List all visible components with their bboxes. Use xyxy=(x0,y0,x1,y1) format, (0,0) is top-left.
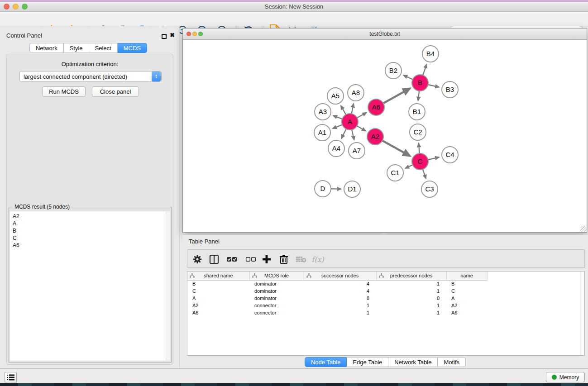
table-tabs: Node TableEdge TableNetwork TableMotifs xyxy=(305,357,466,367)
table-cell[interactable]: 4 xyxy=(304,287,376,295)
node-B3[interactable]: B3 xyxy=(442,81,458,98)
svg-text:A1: A1 xyxy=(318,129,326,136)
node-A8[interactable]: A8 xyxy=(348,85,364,101)
node-A1[interactable]: A1 xyxy=(314,124,330,141)
node-A4[interactable]: A4 xyxy=(328,140,344,157)
node-A6[interactable]: A6 xyxy=(368,99,384,115)
mcds-result-item[interactable]: C xyxy=(13,234,166,242)
delete-column-icon[interactable] xyxy=(278,254,289,265)
close-panel-icon[interactable]: ✖ xyxy=(170,32,175,38)
tab-select[interactable]: Select xyxy=(89,43,118,53)
table-row[interactable]: Adominator80A xyxy=(187,295,487,302)
table-row[interactable]: Bdominator41B xyxy=(187,280,487,287)
table-cell[interactable]: 1 xyxy=(376,309,446,316)
mcds-result-item[interactable]: B xyxy=(13,227,166,234)
node-A[interactable]: A xyxy=(342,114,358,130)
mcds-result-item[interactable]: A2 xyxy=(13,213,166,220)
close-panel-button[interactable]: Close panel xyxy=(92,86,139,97)
svg-text:A4: A4 xyxy=(332,144,340,152)
svg-text:A8: A8 xyxy=(352,89,360,96)
column-header-shared-name[interactable]: shared name xyxy=(187,272,249,280)
node-C3[interactable]: C3 xyxy=(421,181,438,197)
select-all-icon[interactable] xyxy=(226,254,237,265)
table-cell[interactable]: A xyxy=(187,295,249,302)
shared-column-icon xyxy=(379,273,384,278)
svg-text:B: B xyxy=(418,79,422,86)
column-header-predecessor-nodes[interactable]: predecessor nodes xyxy=(376,272,446,280)
table-cell[interactable]: A6 xyxy=(446,309,487,316)
table-cell[interactable]: 1 xyxy=(376,287,446,295)
tab-network-table[interactable]: Network Table xyxy=(388,357,438,367)
table-scrollbar[interactable] xyxy=(580,272,584,355)
table-cell[interactable]: dominator xyxy=(249,280,304,287)
node-D[interactable]: D xyxy=(315,181,331,197)
table-cell[interactable]: dominator xyxy=(249,287,304,295)
float-panel-icon[interactable] xyxy=(162,33,167,41)
table-cell[interactable]: 4 xyxy=(304,280,376,287)
mcds-result-item[interactable]: A xyxy=(13,220,166,227)
table-cell[interactable]: A2 xyxy=(187,302,249,309)
node-C[interactable]: C xyxy=(412,153,428,170)
table-cell[interactable]: dominator xyxy=(249,295,304,302)
network-canvas[interactable]: A5A8A3A6AA1A2A4A7B2B4BB3B1C2CC4C1C3DD1 xyxy=(183,40,587,232)
window-resize-grip[interactable] xyxy=(580,226,586,232)
table-cell[interactable]: connector xyxy=(249,309,304,316)
task-history-button[interactable] xyxy=(5,372,17,382)
node-A3[interactable]: A3 xyxy=(315,104,331,120)
tab-style[interactable]: Style xyxy=(64,43,89,53)
table-row[interactable]: A2connector11A2 xyxy=(187,302,487,309)
table-cell[interactable]: 1 xyxy=(304,309,376,316)
table-cell[interactable]: 1 xyxy=(376,302,446,309)
table-cell[interactable]: 8 xyxy=(304,295,376,302)
table-row[interactable]: A6connector11A6 xyxy=(187,309,487,316)
table-row[interactable]: Cdominator41C xyxy=(187,287,487,295)
tab-mcds[interactable]: MCDS xyxy=(118,43,147,53)
table-cell[interactable]: C xyxy=(187,287,249,295)
mcds-result-list[interactable]: A2ABCA6 xyxy=(10,211,166,361)
table-cell[interactable]: 0 xyxy=(376,295,446,302)
node-table[interactable]: shared nameMCDS rolesuccessor nodesprede… xyxy=(187,271,585,356)
delete-table-icon[interactable] xyxy=(296,254,306,265)
table-cell[interactable]: C xyxy=(446,287,487,295)
node-C4[interactable]: C4 xyxy=(442,147,458,163)
table-cell[interactable]: 1 xyxy=(304,302,376,309)
run-mcds-button[interactable]: Run MCDS xyxy=(42,86,86,97)
optimization-criterion-select[interactable]: largest connected component (directed) ▲… xyxy=(19,71,162,82)
table-cell[interactable]: B xyxy=(187,280,249,287)
tab-motifs[interactable]: Motifs xyxy=(438,357,466,367)
svg-text:B3: B3 xyxy=(446,86,454,93)
tab-network[interactable]: Network xyxy=(29,43,64,53)
node-B2[interactable]: B2 xyxy=(385,62,402,79)
node-B4[interactable]: B4 xyxy=(422,46,439,62)
tab-node-table[interactable]: Node Table xyxy=(305,357,347,367)
node-A5[interactable]: A5 xyxy=(327,88,344,104)
table-cell[interactable]: B xyxy=(446,280,487,287)
node-A7[interactable]: A7 xyxy=(349,143,365,159)
node-B[interactable]: B xyxy=(412,75,428,91)
node-A2[interactable]: A2 xyxy=(367,129,383,145)
table-cell[interactable]: A xyxy=(446,295,487,302)
add-column-icon[interactable] xyxy=(261,254,272,265)
network-window-titlebar[interactable]: testGlobe.txt xyxy=(183,29,587,40)
table-settings-icon[interactable] xyxy=(192,254,203,265)
table-cell[interactable]: connector xyxy=(249,302,304,309)
column-header-MCDS-role[interactable]: MCDS role xyxy=(249,272,304,280)
split-panel-icon[interactable] xyxy=(209,254,220,265)
node-D1[interactable]: D1 xyxy=(344,181,360,197)
memory-button[interactable]: Memory xyxy=(546,372,585,382)
table-cell[interactable]: A6 xyxy=(187,309,249,316)
table-toolbar: f(x) xyxy=(187,249,585,268)
deselect-all-icon[interactable] xyxy=(245,254,256,265)
status-bar: Memory xyxy=(0,368,588,383)
column-header-successor-nodes[interactable]: successor nodes xyxy=(304,272,376,280)
column-header-name[interactable]: name xyxy=(446,272,487,280)
function-builder-icon[interactable]: f(x) xyxy=(312,254,323,265)
node-B1[interactable]: B1 xyxy=(409,104,425,120)
node-C1[interactable]: C1 xyxy=(387,165,403,181)
table-cell[interactable]: A2 xyxy=(446,302,487,309)
mcds-list-scrollbar[interactable] xyxy=(166,211,170,361)
node-C2[interactable]: C2 xyxy=(410,124,426,140)
tab-edge-table[interactable]: Edge Table xyxy=(347,357,388,367)
mcds-result-item[interactable]: A6 xyxy=(13,242,166,249)
table-cell[interactable]: 1 xyxy=(376,280,446,287)
